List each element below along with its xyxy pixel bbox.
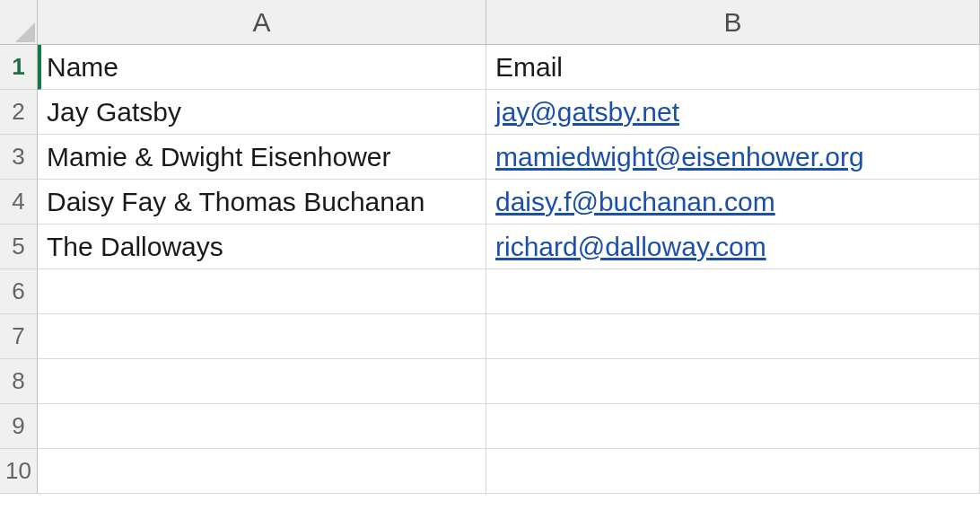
cell-a7[interactable] [38,314,486,359]
spreadsheet-grid: A B 1 Name Email 2 Jay Gatsby jay@gatsby… [0,0,980,494]
cell-b10[interactable] [486,449,980,494]
cell-b7[interactable] [486,314,980,359]
cell-a10[interactable] [38,449,486,494]
svg-marker-0 [15,22,35,42]
cell-a9[interactable] [38,404,486,449]
row-header-10[interactable]: 10 [0,449,38,494]
cell-a6[interactable] [38,269,486,314]
row-header-5[interactable]: 5 [0,224,38,269]
row-header-8[interactable]: 8 [0,359,38,404]
cell-a4[interactable]: Daisy Fay & Thomas Buchanan [38,180,486,224]
cell-a1[interactable]: Name [38,45,486,90]
row-header-3[interactable]: 3 [0,135,38,180]
cell-b1[interactable]: Email [486,45,980,90]
cell-b3[interactable]: mamiedwight@eisenhower.org [486,135,980,180]
row-header-4[interactable]: 4 [0,180,38,224]
column-header-b[interactable]: B [486,0,980,45]
cell-a2[interactable]: Jay Gatsby [38,90,486,135]
select-all-corner[interactable] [0,0,38,45]
cell-a8[interactable] [38,359,486,404]
cell-a3[interactable]: Mamie & Dwight Eisenhower [38,135,486,180]
cell-b2[interactable]: jay@gatsby.net [486,90,980,135]
row-header-9[interactable]: 9 [0,404,38,449]
cell-b5[interactable]: richard@dalloway.com [486,224,980,269]
cell-b4[interactable]: daisy.f@buchanan.com [486,180,980,224]
row-header-2[interactable]: 2 [0,90,38,135]
column-header-a[interactable]: A [38,0,486,45]
cell-a5[interactable]: The Dalloways [38,224,486,269]
row-header-7[interactable]: 7 [0,314,38,359]
select-all-triangle-icon [15,22,35,42]
cell-b8[interactable] [486,359,980,404]
row-header-1[interactable]: 1 [0,45,38,90]
row-header-6[interactable]: 6 [0,269,38,314]
cell-b6[interactable] [486,269,980,314]
cell-b9[interactable] [486,404,980,449]
